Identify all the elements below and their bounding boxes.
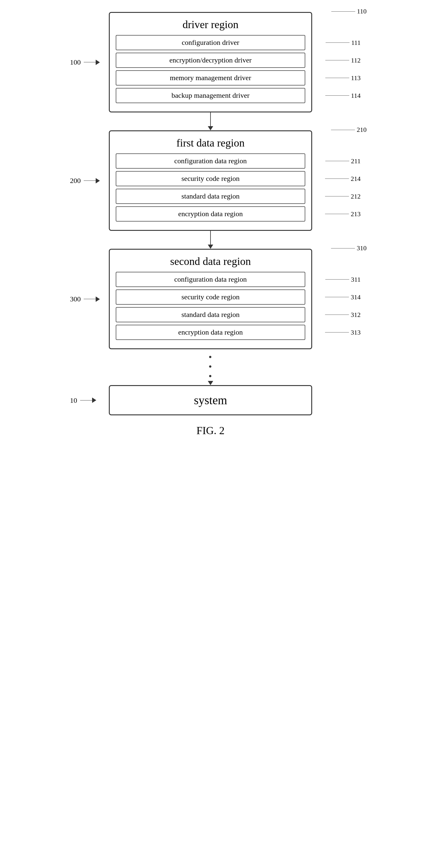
ref-num-314: 314 — [351, 293, 361, 301]
system-left-arrow — [92, 398, 96, 403]
second-data-wrapper: 300 310 second data region configuration… — [109, 249, 312, 349]
ref-num-212: 212 — [351, 192, 361, 200]
first-data-title: first data region — [116, 137, 305, 149]
driver-ref-113: 113 — [325, 74, 361, 82]
first-data-ref-212: 212 — [325, 192, 361, 200]
first-data-ref-210: 210 — [331, 126, 367, 134]
arrow-line-1 — [210, 113, 211, 126]
first-data-items: configuration data region 211 security c… — [116, 153, 305, 222]
driver-id: 100 — [70, 58, 81, 66]
second-data-item-0: configuration data region — [116, 272, 305, 287]
first-data-ref-214: 214 — [325, 175, 361, 183]
figure-label: FIG. 2 — [197, 424, 224, 437]
driver-ref-111: 111 — [326, 39, 361, 46]
second-data-title: second data region — [116, 255, 305, 268]
arrow-head-2 — [208, 245, 213, 249]
arrow-1 — [208, 113, 213, 130]
driver-ref-110: 110 — [331, 7, 367, 15]
ref-num-113: 113 — [351, 74, 361, 82]
driver-item-0: configuration driver — [116, 35, 305, 50]
second-data-item-0-wrapper: configuration data region 311 — [116, 272, 305, 287]
second-data-item-3: encryption data region — [116, 325, 305, 340]
ref-num-312: 312 — [351, 311, 361, 319]
second-data-ref-314: 314 — [325, 293, 361, 301]
first-data-id: 200 — [70, 177, 81, 185]
driver-left-label: 100 — [70, 58, 100, 66]
system-box: system — [109, 385, 312, 415]
second-data-left-arrow — [96, 296, 100, 302]
first-data-item-0-wrapper: configuration data region 211 — [116, 153, 305, 168]
driver-left-arrow — [96, 60, 100, 65]
ref-num-311: 311 — [351, 276, 361, 283]
second-data-left-line — [84, 299, 96, 299]
system-left-line — [80, 400, 92, 400]
driver-item-2-wrapper: memory management driver 113 — [116, 70, 305, 86]
first-data-ref-213: 213 — [325, 210, 361, 218]
first-data-item-1: security code region — [116, 171, 305, 186]
driver-item-2: memory management driver — [116, 70, 305, 86]
ref-num-310: 310 — [357, 244, 367, 252]
system-title: system — [116, 393, 305, 407]
first-data-item-0: configuration data region — [116, 153, 305, 168]
system-id: 10 — [70, 396, 77, 404]
arrow-head-1 — [208, 126, 213, 130]
driver-item-3-wrapper: backup management driver 114 — [116, 88, 305, 103]
first-data-box: 210 first data region configuration data… — [109, 130, 312, 231]
dots-text: • — [208, 352, 212, 362]
first-data-left-label: 200 — [70, 177, 100, 185]
second-data-ref-311: 311 — [325, 276, 361, 283]
driver-region-title: driver region — [116, 18, 305, 31]
driver-item-0-wrapper: configuration driver 111 — [116, 35, 305, 50]
first-data-item-2-wrapper: standard data region 212 — [116, 189, 305, 204]
second-data-items: configuration data region 311 security c… — [116, 272, 305, 340]
driver-ref-114: 114 — [325, 92, 361, 99]
ref-num-112: 112 — [351, 57, 361, 64]
first-data-item-3: encryption data region — [116, 206, 305, 222]
driver-region-box: 110 driver region configuration driver 1… — [109, 12, 312, 113]
first-data-ref-211: 211 — [325, 157, 361, 165]
ref-num-111: 111 — [351, 39, 361, 46]
first-data-left-arrow — [96, 178, 100, 183]
driver-item-1-wrapper: encryption/decryption driver 112 — [116, 53, 305, 68]
system-wrapper: 10 system — [109, 385, 312, 415]
second-data-ref-313: 313 — [325, 329, 361, 336]
driver-item-3: backup management driver — [116, 88, 305, 103]
driver-region-wrapper: 100 110 driver region configuration driv… — [109, 12, 312, 113]
driver-items-container: configuration driver 111 encryption/decr… — [116, 35, 305, 103]
dots-text-3: • — [208, 371, 212, 381]
second-data-item-1-wrapper: security code region 314 — [116, 289, 305, 305]
second-data-item-1: security code region — [116, 289, 305, 305]
system-left-label: 10 — [70, 396, 96, 404]
first-data-left-line — [84, 181, 96, 181]
ref-num-110: 110 — [357, 7, 367, 15]
second-data-ref-312: 312 — [325, 311, 361, 319]
ref-num-214: 214 — [351, 175, 361, 183]
dots-connector: • • • — [208, 352, 213, 382]
second-data-left-label: 300 — [70, 295, 100, 303]
ref-num-313: 313 — [351, 329, 361, 336]
arrow-2 — [208, 231, 213, 249]
diagram-container: 100 110 driver region configuration driv… — [76, 12, 345, 437]
driver-ref-112: 112 — [325, 57, 361, 64]
ref-num-210: 210 — [357, 126, 367, 134]
second-data-ref-310: 310 — [331, 244, 367, 252]
first-data-item-1-wrapper: security code region 214 — [116, 171, 305, 186]
second-data-item-3-wrapper: encryption data region 313 — [116, 325, 305, 340]
second-data-id: 300 — [70, 295, 81, 303]
ref-line-110 — [331, 11, 355, 12]
first-data-item-3-wrapper: encryption data region 213 — [116, 206, 305, 222]
dots-text-2: • — [208, 362, 212, 371]
ref-num-213: 213 — [351, 210, 361, 218]
first-data-item-2: standard data region — [116, 189, 305, 204]
arrow-line-2 — [210, 231, 211, 245]
second-data-item-2: standard data region — [116, 307, 305, 322]
second-data-item-2-wrapper: standard data region 312 — [116, 307, 305, 322]
dots-arrow-head — [208, 381, 213, 385]
first-data-wrapper: 200 210 first data region configuration … — [109, 130, 312, 231]
ref-num-211: 211 — [351, 157, 361, 165]
driver-item-1: encryption/decryption driver — [116, 53, 305, 68]
ref-num-114: 114 — [351, 92, 361, 99]
second-data-box: 310 second data region configuration dat… — [109, 249, 312, 349]
